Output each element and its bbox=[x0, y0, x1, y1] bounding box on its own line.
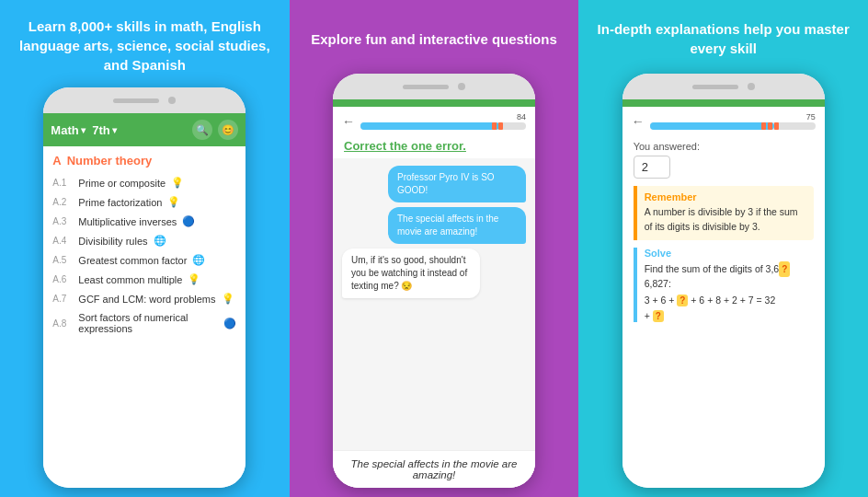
section-title: Number theory bbox=[67, 154, 152, 168]
subject-dropdown-arrow: ▾ bbox=[81, 125, 86, 135]
skill-code: A.3 bbox=[52, 216, 73, 226]
skill-icon: 💡 bbox=[222, 293, 234, 305]
phone-top-bar-1 bbox=[43, 87, 246, 113]
skill-code: A.8 bbox=[52, 318, 73, 329]
skill-item[interactable]: A.2Prime factorization💡 bbox=[52, 192, 236, 212]
chat-bubble-1: Professor Pyro IV is SO GOOD! bbox=[388, 166, 526, 202]
phone-top-bar-3 bbox=[622, 74, 825, 99]
skill-label: Greatest common factor bbox=[78, 255, 187, 266]
solve-text-part2: 6,827: bbox=[645, 278, 671, 289]
skill-icon: 🔵 bbox=[223, 318, 236, 329]
phone-top-bar-2 bbox=[333, 74, 535, 99]
marker-3c bbox=[774, 122, 779, 130]
panel-interactive-questions: Explore fun and interactive questions ← … bbox=[290, 0, 579, 497]
question-suffix: error. bbox=[432, 139, 466, 153]
progress-container-3: 75 bbox=[650, 112, 816, 130]
phone-speaker-1 bbox=[113, 98, 159, 103]
question-label: Correct the one error. bbox=[333, 133, 535, 158]
panel1-header: Learn 8,000+ skills in math, English lan… bbox=[0, 0, 290, 87]
solve-title: Solve bbox=[645, 248, 814, 259]
green-top-accent-3 bbox=[622, 99, 825, 107]
subject-selector[interactable]: Math ▾ 7th ▾ bbox=[51, 123, 116, 137]
solve-equation: 3 + 6 + ? + 6 + 8 + 2 + 7 = 32 bbox=[645, 295, 814, 306]
solve-text: Find the sum of the digits of 3,6?6,827: bbox=[645, 261, 814, 292]
skill-code: A.1 bbox=[52, 178, 73, 188]
phone-camera-3 bbox=[748, 83, 755, 90]
explanation-body: You answered: 2 Remember A number is div… bbox=[622, 133, 825, 488]
phone-frame-2: ← 84 Correct the one error. Professor bbox=[333, 74, 535, 488]
solve-text-part1: Find the sum of the digits of 3,6 bbox=[645, 263, 780, 274]
phone-frame-3: ← 75 You answered: 2 bbox=[622, 74, 825, 488]
skill-list: A Number theory A.1Prime or composite💡A.… bbox=[43, 146, 246, 488]
remember-title: Remember bbox=[645, 191, 806, 202]
phone-speaker-3 bbox=[692, 85, 738, 89]
you-answered-label: You answered: bbox=[634, 141, 814, 152]
skill-item[interactable]: A.4Divisibility rules🌐 bbox=[52, 231, 236, 250]
grade-label: 7th bbox=[92, 123, 110, 137]
marker-2 bbox=[498, 122, 503, 130]
back-arrow-3[interactable]: ← bbox=[632, 114, 645, 129]
skill-icon: 🌐 bbox=[154, 235, 166, 247]
skill-label: Prime or composite bbox=[78, 178, 166, 189]
skill-item[interactable]: A.3Multiplicative inverses🔵 bbox=[52, 212, 236, 231]
skill-icon: 💡 bbox=[188, 273, 200, 285]
skill-icon: 💡 bbox=[171, 177, 184, 189]
progress-markers-3 bbox=[761, 122, 779, 130]
marker-3b bbox=[768, 122, 772, 130]
panel2-content: ← 84 Correct the one error. Professor bbox=[333, 107, 535, 488]
skill-label: Sort factors of numerical expressions bbox=[78, 312, 218, 334]
answer-text: The special affects in the movie are ama… bbox=[344, 458, 524, 480]
remember-box: Remember A number is divisible by 3 if t… bbox=[634, 186, 814, 240]
chat-bubble-2: The special affects in the movie are ama… bbox=[388, 207, 526, 244]
skill-code: A.4 bbox=[52, 236, 73, 246]
skill-icon: 🌐 bbox=[192, 254, 205, 266]
search-icon[interactable]: 🔍 bbox=[192, 120, 212, 140]
solve-eq-q2: ? bbox=[653, 310, 664, 322]
marker-3a bbox=[761, 122, 766, 130]
question-bold: one bbox=[411, 139, 432, 153]
app-header-icons: 🔍 😊 bbox=[192, 120, 238, 140]
skill-label: Prime factorization bbox=[78, 197, 162, 208]
back-arrow-2[interactable]: ← bbox=[342, 114, 355, 129]
progress-fill-3 bbox=[650, 122, 774, 130]
phone-speaker-2 bbox=[403, 85, 449, 89]
section-letter: A bbox=[52, 154, 61, 168]
skill-code: A.7 bbox=[52, 294, 73, 304]
progress-number-2: 84 bbox=[360, 112, 526, 121]
skill-item[interactable]: A.5Greatest common factor🌐 bbox=[52, 250, 236, 270]
user-answer-box: 2 bbox=[634, 156, 670, 179]
skill-item[interactable]: A.8Sort factors of numerical expressions… bbox=[52, 308, 236, 338]
skill-icon: 💡 bbox=[167, 196, 180, 208]
progress-fill-2 bbox=[360, 122, 499, 130]
marker-1 bbox=[492, 122, 497, 130]
skill-item[interactable]: A.6Least common multiple💡 bbox=[52, 270, 236, 289]
progress-container-2: 84 bbox=[360, 112, 526, 130]
solve-highlight-q: ? bbox=[779, 261, 790, 277]
solve-box: Solve Find the sum of the digits of 3,6?… bbox=[634, 248, 814, 323]
skill-item[interactable]: A.1Prime or composite💡 bbox=[52, 173, 236, 192]
panel3-content: ← 75 You answered: 2 bbox=[622, 107, 825, 488]
grade-dropdown-arrow: ▾ bbox=[112, 125, 117, 135]
skill-code: A.5 bbox=[52, 255, 73, 265]
solve-eq-part1: 3 + 6 + bbox=[645, 295, 678, 306]
skill-icon: 🔵 bbox=[182, 215, 195, 227]
chat-area: Professor Pyro IV is SO GOOD! The specia… bbox=[333, 158, 535, 450]
progress-bar-area-3: ← 75 bbox=[622, 107, 825, 133]
solve-eq2-part1: + bbox=[645, 310, 653, 321]
question-prefix: Correct the bbox=[344, 139, 411, 153]
skill-label: GCF and LCM: word problems bbox=[78, 294, 215, 305]
skill-code: A.2 bbox=[52, 197, 73, 207]
avatar-icon[interactable]: 😊 bbox=[218, 120, 238, 140]
panel2-header: Explore fun and interactive questions bbox=[292, 0, 576, 74]
remember-text: A number is divisible by 3 if the sum of… bbox=[645, 205, 806, 235]
skill-label: Multiplicative inverses bbox=[78, 216, 177, 227]
solve-eq-part2: + 6 + 8 + 2 + 7 = 32 bbox=[688, 295, 775, 306]
section-header: A Number theory bbox=[52, 154, 236, 168]
phone-camera-2 bbox=[458, 83, 465, 90]
skill-item[interactable]: A.7GCF and LCM: word problems💡 bbox=[52, 289, 236, 308]
panel3-header: In-depth explanations help you master ev… bbox=[578, 0, 868, 74]
answer-area: The special affects in the movie are ama… bbox=[333, 450, 535, 488]
skill-items-container: A.1Prime or composite💡A.2Prime factoriza… bbox=[52, 173, 236, 338]
skill-label: Least common multiple bbox=[78, 274, 182, 285]
skill-code: A.6 bbox=[52, 274, 73, 284]
